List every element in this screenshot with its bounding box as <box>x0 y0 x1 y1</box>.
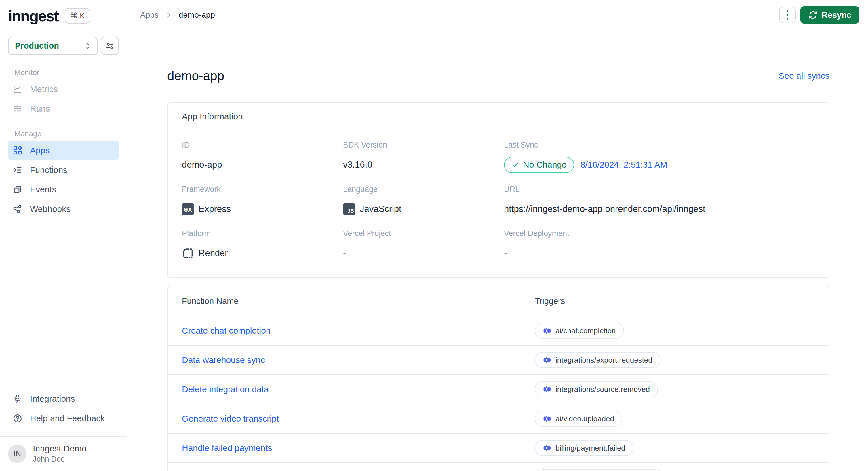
sidebar-item-label: Functions <box>30 165 67 175</box>
section-label-monitor: Monitor <box>14 68 119 77</box>
no-change-badge[interactable]: No Change <box>504 157 574 173</box>
field-value: ex Express <box>182 201 343 217</box>
trigger-name: ai/chat.completion <box>555 326 616 335</box>
field-label: Vercel Project <box>343 229 504 238</box>
environment-name: Production <box>15 41 59 51</box>
trigger-pill[interactable]: ai/video.uploaded <box>535 411 622 427</box>
sidebar-item-runs[interactable]: Runs <box>8 99 119 119</box>
trigger-pill[interactable]: integrations/source.connected <box>535 469 663 471</box>
trigger-pill[interactable]: ai/chat.completion <box>535 323 624 339</box>
breadcrumb-apps-link[interactable]: Apps <box>140 10 159 20</box>
user-org: Inngest Demo <box>33 444 87 453</box>
sidebar-item-functions[interactable]: Functions <box>8 160 119 180</box>
field-id: ID demo-app <box>182 141 343 173</box>
resync-label: Resync <box>822 10 851 20</box>
sidebar-item-help[interactable]: Help and Feedback <box>8 409 119 428</box>
sidebar-item-metrics[interactable]: Metrics <box>8 79 119 99</box>
refresh-icon <box>808 10 818 20</box>
field-value: Render <box>182 245 343 261</box>
functions-list-icon <box>13 165 23 175</box>
field-vercel-deployment: Vercel Deployment - <box>504 229 829 261</box>
field-label: Language <box>343 185 504 194</box>
event-trigger-icon <box>543 326 551 335</box>
field-value: demo-app <box>182 157 343 173</box>
functions-table-header: Function Name Triggers <box>168 287 829 316</box>
field-label: SDK Version <box>343 141 504 149</box>
chart-line-icon <box>13 84 23 94</box>
event-trigger-icon <box>543 444 551 452</box>
field-value: JS JavaScript <box>343 201 504 217</box>
no-change-label: No Change <box>523 160 567 170</box>
table-row: Create chat completion ai/chat.completio… <box>168 316 829 345</box>
function-link[interactable]: Create chat completion <box>182 326 271 335</box>
field-label: URL <box>504 185 829 194</box>
sidebar-item-webhooks[interactable]: Webhooks <box>8 199 119 219</box>
sidebar-item-events[interactable]: Events <box>8 180 119 199</box>
function-link[interactable]: Data warehouse sync <box>182 355 265 365</box>
app-information-body: ID demo-app SDK Version v3.16.0 Last Syn… <box>168 130 829 277</box>
field-platform: Platform Render <box>182 229 343 261</box>
sidebar-footer: Integrations Help and Feedback IN Innges… <box>8 389 119 471</box>
topbar-actions: Resync <box>779 6 859 24</box>
trigger-name: integrations/source.removed <box>555 385 650 394</box>
function-link[interactable]: Delete integration data <box>182 384 269 394</box>
app-information-card: App Information ID demo-app SDK Version … <box>167 102 830 278</box>
field-vercel-project: Vercel Project - <box>343 229 504 261</box>
event-trigger-icon <box>543 385 551 394</box>
command-k-shortcut[interactable]: ⌘ K <box>65 8 90 24</box>
kebab-dot <box>786 18 788 20</box>
framework-name: Express <box>198 204 231 214</box>
main-column: Apps demo-app Resync <box>127 0 868 471</box>
app-url: https://inngest-demo-app.onrender.com/ap… <box>504 201 829 217</box>
environment-selector[interactable]: Production <box>8 37 98 55</box>
field-label: Platform <box>182 229 343 238</box>
events-windows-icon <box>13 184 23 194</box>
user-profile[interactable]: IN Inngest Demo John Doe <box>8 437 119 471</box>
more-options-button[interactable] <box>779 7 796 23</box>
sidebar-item-integrations[interactable]: Integrations <box>8 389 119 409</box>
field-value: - <box>343 245 504 261</box>
page-content: demo-app See all syncs App Information I… <box>127 31 868 471</box>
language-name: JavaScript <box>360 204 401 214</box>
field-label: Vercel Deployment <box>504 229 829 238</box>
environment-settings-button[interactable] <box>101 37 119 55</box>
sidebar-item-label: Integrations <box>30 394 75 404</box>
function-link[interactable]: Handle failed payments <box>182 443 272 452</box>
sidebar: inngest ⌘ K Production Monitor Metrics <box>0 0 127 471</box>
sidebar-item-apps[interactable]: Apps <box>8 141 119 160</box>
table-row: Import data pipeline integrations/source… <box>168 462 829 471</box>
apps-category-icon <box>13 145 23 155</box>
express-logo-badge: ex <box>182 203 194 215</box>
trigger-pill[interactable]: integrations/source.removed <box>535 381 658 397</box>
field-last-sync: Last Sync No Change 8/16/2024, 2:51:31 A… <box>504 141 829 173</box>
field-url: URL https://inngest-demo-app.onrender.co… <box>504 185 829 217</box>
sidebar-item-label: Webhooks <box>30 204 70 214</box>
column-function-name: Function Name <box>168 297 535 306</box>
sidebar-item-label: Help and Feedback <box>30 413 105 423</box>
table-row: Generate video transcript ai/video.uploa… <box>168 404 829 433</box>
breadcrumb-current: demo-app <box>179 10 215 20</box>
field-value: v3.16.0 <box>343 157 504 173</box>
see-all-syncs-link[interactable]: See all syncs <box>778 71 830 81</box>
logo-row: inngest ⌘ K <box>8 7 119 25</box>
field-language: Language JS JavaScript <box>343 185 504 217</box>
breadcrumb: Apps demo-app <box>140 10 215 20</box>
chevron-up-down-icon <box>84 42 92 50</box>
field-label: Framework <box>182 185 343 194</box>
kebab-dot <box>786 14 788 16</box>
resync-button[interactable]: Resync <box>800 6 859 24</box>
table-row: Handle failed payments billing/payment.f… <box>168 433 829 462</box>
page-title: demo-app <box>167 69 224 83</box>
field-value: No Change 8/16/2024, 2:51:31 AM <box>504 157 829 173</box>
plug-icon <box>13 394 23 404</box>
function-link[interactable]: Generate video transcript <box>182 414 279 423</box>
trigger-pill[interactable]: billing/payment.failed <box>535 440 633 456</box>
event-trigger-icon <box>543 414 551 423</box>
app-information-title: App Information <box>168 103 829 130</box>
trigger-pill[interactable]: integrations/export.requested <box>535 352 660 368</box>
event-trigger-icon <box>543 356 551 364</box>
last-sync-time-link[interactable]: 8/16/2024, 2:51:31 AM <box>581 160 668 170</box>
trigger-name: billing/payment.failed <box>555 444 625 452</box>
title-row: demo-app See all syncs <box>167 67 830 85</box>
field-sdk-version: SDK Version v3.16.0 <box>343 141 504 173</box>
